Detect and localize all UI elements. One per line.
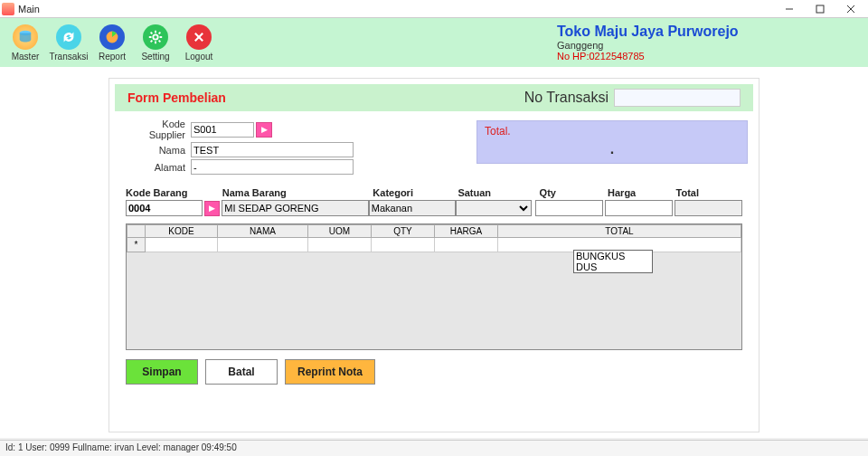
alamat-supplier-input[interactable]	[191, 159, 354, 175]
header-total: Total	[676, 187, 742, 198]
svg-point-6	[153, 34, 157, 39]
item-headers: Kode Barang Nama Barang Kategori Satuan …	[126, 187, 742, 198]
close-icon	[186, 24, 212, 50]
refresh-icon	[56, 24, 81, 50]
nama-supplier-input[interactable]	[191, 142, 354, 157]
company-name: Toko Maju Jaya Purworejo	[557, 24, 739, 40]
item-entry-row: ▶	[126, 200, 742, 216]
report-button[interactable]: Report	[92, 20, 132, 65]
svg-rect-1	[816, 5, 824, 13]
header-harga: Harga	[608, 187, 674, 198]
chevron-right-icon: ▶	[261, 125, 268, 134]
form-pembelian: Form Pembelian No Transaksi Kode Supplie…	[108, 78, 760, 432]
grid-header-kode: KODE	[146, 225, 218, 238]
harga-input[interactable]	[605, 200, 673, 216]
chevron-right-icon: ▶	[209, 204, 215, 213]
master-button[interactable]: Master	[5, 20, 45, 65]
kode-barang-lookup-button[interactable]: ▶	[204, 201, 220, 216]
no-transaksi-group: No Transaksi	[524, 89, 741, 107]
transaksi-button[interactable]: Transaksi	[49, 20, 89, 65]
window-title: Main	[18, 4, 774, 14]
main-toolbar: Master Transaksi Report Setting Logout T…	[0, 18, 868, 67]
total-value: .	[485, 141, 740, 157]
no-transaksi-input[interactable]	[614, 89, 741, 107]
form-title: Form Pembelian	[127, 90, 226, 105]
grid-header-nama: NAMA	[218, 225, 308, 238]
simpan-button[interactable]: Simpan	[126, 359, 198, 385]
reprint-nota-button[interactable]: Reprint Nota	[285, 359, 375, 385]
company-location: Ganggeng	[557, 40, 739, 51]
titlebar: Main	[0, 0, 868, 18]
company-info: Toko Maju Jaya Purworejo Ganggeng No HP:…	[557, 24, 739, 62]
chart-icon	[99, 24, 125, 50]
status-bar: Id: 1 User: 0999 Fullname: irvan Level: …	[0, 440, 868, 456]
content-area: Form Pembelian No Transaksi Kode Supplie…	[0, 67, 868, 438]
nama-supplier-label: Nama	[126, 145, 191, 156]
total-label: Total.	[485, 125, 740, 138]
app-icon	[2, 3, 14, 15]
total-item-input	[675, 200, 742, 216]
database-icon	[13, 24, 38, 50]
grid-header-total: TOTAL	[498, 225, 741, 238]
grid-header-uom: UOM	[308, 225, 372, 238]
kode-barang-input[interactable]	[126, 200, 203, 216]
header-kategori: Kategori	[373, 187, 458, 198]
alamat-supplier-label: Alamat	[126, 162, 191, 173]
close-button[interactable]	[835, 1, 866, 17]
header-qty: Qty	[540, 187, 606, 198]
satuan-select[interactable]	[456, 200, 532, 216]
action-buttons: Simpan Batal Reprint Nota	[126, 359, 742, 385]
batal-button[interactable]: Batal	[205, 359, 278, 385]
gear-icon	[143, 24, 168, 50]
setting-button[interactable]: Setting	[136, 20, 175, 65]
logout-button[interactable]: Logout	[179, 20, 219, 65]
kategori-input	[369, 200, 456, 216]
form-header: Form Pembelian No Transaksi	[115, 84, 753, 111]
header-kode-barang: Kode Barang	[126, 187, 201, 198]
satuan-dropdown[interactable]: BUNGKUS DUS	[573, 250, 653, 273]
nama-barang-input	[222, 200, 368, 216]
header-nama-barang: Nama Barang	[222, 187, 373, 198]
grid-header-qty: QTY	[372, 225, 435, 238]
qty-input[interactable]	[535, 200, 603, 216]
no-transaksi-label: No Transaksi	[524, 90, 609, 106]
kode-supplier-lookup-button[interactable]: ▶	[256, 122, 272, 138]
satuan-option-bungkus[interactable]: BUNGKUS	[574, 251, 652, 261]
company-phone: No HP:0212548785	[557, 51, 739, 62]
maximize-button[interactable]	[805, 1, 835, 17]
grid-header-harga: HARGA	[435, 225, 498, 238]
total-box: Total. .	[476, 120, 748, 164]
kode-supplier-label: Kode Supplier	[126, 119, 191, 140]
header-satuan: Satuan	[458, 187, 535, 198]
minimize-button[interactable]	[774, 1, 805, 17]
items-grid[interactable]: KODE NAMA UOM QTY HARGA TOTAL *	[126, 223, 742, 350]
kode-supplier-input[interactable]	[191, 122, 254, 138]
satuan-option-dus[interactable]: DUS	[574, 261, 652, 272]
